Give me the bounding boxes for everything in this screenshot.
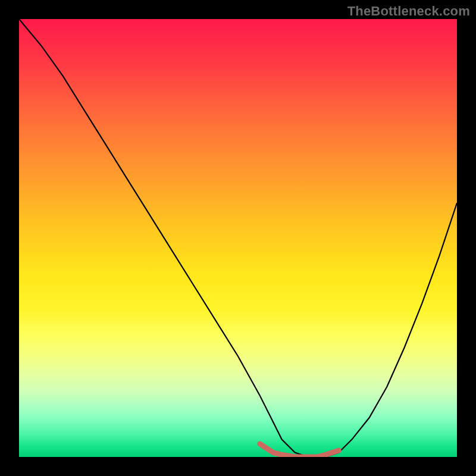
plot-area — [19, 19, 457, 457]
watermark-text: TheBottleneck.com — [347, 4, 470, 19]
chart-svg — [19, 19, 457, 457]
chart-frame: TheBottleneck.com — [0, 0, 476, 476]
main-curve — [19, 19, 457, 457]
highlight-segment — [260, 444, 339, 457]
